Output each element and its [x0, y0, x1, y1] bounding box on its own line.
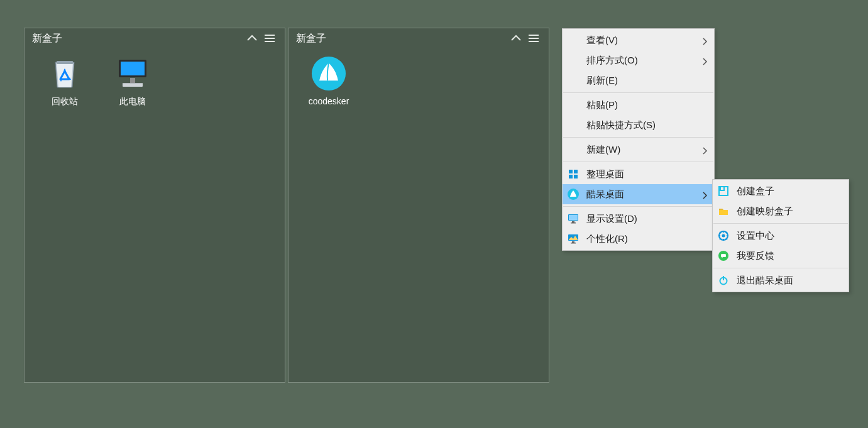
coodesker-submenu: 创建盒子 创建映射盒子 设置中心 — [712, 179, 849, 292]
svg-rect-17 — [572, 241, 574, 243]
grid-icon — [568, 168, 579, 180]
menu-label: 粘贴快捷方式(S) — [586, 119, 656, 131]
desktop-context-menu: 查看(V) 排序方式(O) 刷新(E) 粘贴(P) 粘贴快捷方式(S) 新建(W… — [562, 28, 715, 251]
menu-label: 退出酷呆桌面 — [737, 275, 793, 287]
svg-rect-9 — [569, 175, 573, 178]
chevron-right-icon — [703, 190, 708, 198]
desktop-icon-this-pc[interactable]: 此电脑 — [101, 56, 164, 107]
personalize-icon — [568, 233, 579, 244]
menu-separator — [563, 92, 713, 93]
svg-rect-15 — [571, 222, 576, 224]
menu-item-coodesker[interactable]: 酷呆桌面 — [563, 184, 714, 204]
menu-item-display-settings[interactable]: 显示设置(D) — [563, 209, 714, 229]
svg-line-28 — [726, 238, 727, 239]
collapse-icon[interactable] — [244, 31, 260, 46]
menu-item-view[interactable]: 查看(V) — [563, 30, 714, 50]
menu-item-refresh[interactable]: 刷新(E) — [563, 70, 714, 91]
menu-label: 新建(W) — [586, 144, 620, 156]
submenu-item-feedback[interactable]: 我要反馈 — [713, 246, 849, 266]
box-title: 新盒子 — [32, 32, 242, 45]
chat-icon — [718, 250, 729, 261]
recycle-bin-icon — [47, 56, 82, 91]
box-header[interactable]: 新盒子 — [25, 28, 285, 48]
menu-label: 刷新(E) — [586, 75, 618, 87]
collapse-icon[interactable] — [508, 31, 524, 46]
submenu-item-create-mapped-box[interactable]: 创建映射盒子 — [713, 201, 849, 221]
svg-rect-2 — [121, 62, 145, 75]
svg-line-30 — [726, 232, 727, 233]
desktop-box-1: 新盒子 回 — [24, 28, 285, 383]
menu-label: 查看(V) — [586, 35, 618, 47]
menu-item-new[interactable]: 新建(W) — [563, 140, 714, 160]
menu-label: 整理桌面 — [586, 168, 624, 180]
desktop-icon-label: 此电脑 — [119, 96, 146, 107]
svg-rect-0 — [57, 61, 73, 64]
menu-separator — [563, 162, 713, 162]
menu-separator — [713, 268, 848, 268]
create-box-icon — [718, 185, 729, 197]
desktop-icon-label: 回收站 — [52, 96, 78, 107]
box-body: 回收站 此电脑 — [25, 48, 285, 382]
submenu-item-settings[interactable]: 设置中心 — [713, 226, 849, 246]
menu-item-organize-desktop[interactable]: 整理桌面 — [563, 164, 714, 184]
menu-separator — [563, 137, 713, 138]
menu-label: 显示设置(D) — [586, 213, 637, 225]
chevron-right-icon — [703, 36, 708, 44]
box-title: 新盒子 — [296, 32, 506, 45]
menu-item-sort[interactable]: 排序方式(O) — [563, 50, 714, 70]
svg-rect-10 — [574, 175, 578, 178]
menu-item-paste-shortcut[interactable]: 粘贴快捷方式(S) — [563, 115, 714, 135]
folder-icon — [718, 206, 729, 217]
this-pc-icon — [115, 56, 150, 91]
desktop-icon-coodesker[interactable]: coodesker — [297, 56, 360, 106]
menu-label: 我要反馈 — [737, 250, 774, 262]
menu-label: 设置中心 — [737, 230, 774, 242]
menu-icon[interactable] — [526, 31, 541, 46]
box-body: coodesker — [288, 48, 549, 382]
gear-icon — [718, 230, 729, 241]
coodesker-icon — [568, 189, 579, 200]
svg-rect-13 — [569, 215, 578, 220]
svg-point-22 — [722, 234, 725, 238]
svg-rect-20 — [720, 187, 724, 190]
menu-label: 排序方式(O) — [586, 55, 638, 67]
menu-label: 创建盒子 — [737, 185, 774, 197]
menu-item-paste[interactable]: 粘贴(P) — [563, 95, 714, 115]
menu-separator — [713, 223, 848, 224]
chevron-right-icon — [703, 57, 708, 64]
menu-icon[interactable] — [262, 31, 277, 46]
submenu-item-create-box[interactable]: 创建盒子 — [713, 181, 849, 201]
menu-label: 创建映射盒子 — [737, 206, 793, 217]
monitor-icon — [568, 213, 579, 224]
coodesker-app-icon — [311, 56, 346, 91]
svg-rect-3 — [130, 78, 135, 83]
svg-line-27 — [720, 232, 721, 233]
desktop-box-2: 新盒子 coodesker — [288, 28, 549, 383]
menu-item-personalize[interactable]: 个性化(R) — [563, 229, 714, 249]
svg-rect-7 — [569, 170, 573, 173]
chevron-right-icon — [703, 146, 708, 153]
menu-label: 个性化(R) — [586, 233, 628, 245]
submenu-item-exit[interactable]: 退出酷呆桌面 — [713, 270, 849, 290]
menu-label: 粘贴(P) — [586, 99, 618, 111]
svg-rect-8 — [574, 170, 578, 173]
desktop-icon-label: coodesker — [309, 96, 349, 106]
svg-rect-5 — [123, 83, 143, 84]
svg-rect-32 — [721, 254, 726, 257]
menu-label: 酷呆桌面 — [586, 189, 624, 200]
box-header[interactable]: 新盒子 — [288, 28, 549, 48]
menu-separator — [563, 206, 713, 207]
svg-rect-14 — [572, 221, 574, 222]
desktop-icon-recycle-bin[interactable]: 回收站 — [33, 56, 96, 107]
power-icon — [718, 275, 729, 286]
svg-rect-18 — [571, 243, 576, 244]
svg-line-29 — [720, 238, 721, 239]
